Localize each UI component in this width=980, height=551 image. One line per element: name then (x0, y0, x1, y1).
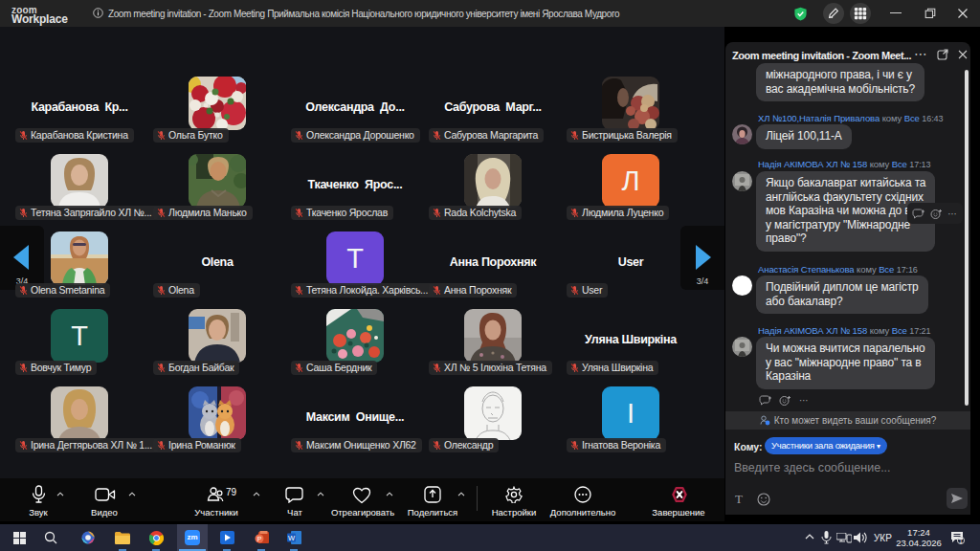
svg-text:1: 1 (959, 538, 963, 544)
svg-text:W: W (288, 534, 296, 542)
svg-text:P: P (257, 536, 262, 542)
